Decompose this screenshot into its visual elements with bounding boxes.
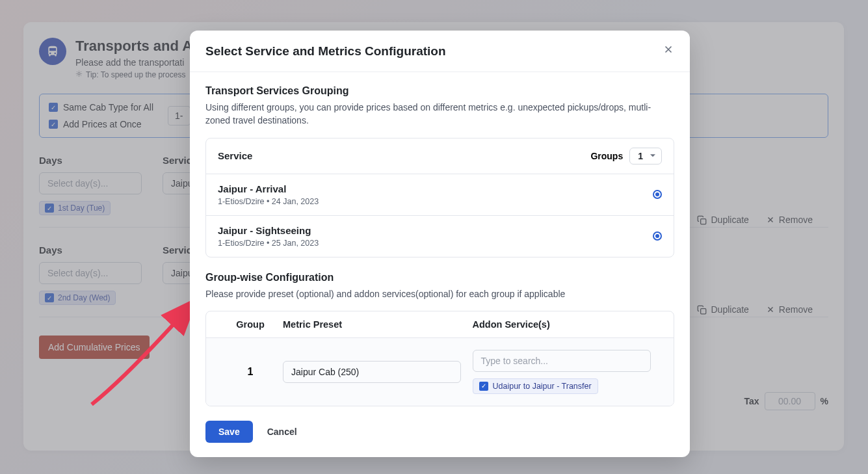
service-row[interactable]: Jaipur - Sightseeing 1-Etios/Dzire • 25 … [206,215,674,257]
group-number: 1 [218,366,283,378]
section-transport-desc: Using different groups, you can provide … [205,101,674,127]
group-col-header: Group [218,319,283,330]
preset-col-header: Metric Preset [283,319,473,330]
modal-title: Select Service and Metrics Configuration [205,44,446,59]
addon-search-input[interactable]: Type to search... [473,350,651,372]
groups-select[interactable]: 1 [629,148,662,165]
groups-label: Groups [590,151,623,161]
section-transport-title: Transport Services Grouping [205,85,674,97]
service-radio[interactable] [653,190,662,199]
services-table: Service Groups 1 Jaipur - Arrival 1-Etio… [205,138,674,257]
group-row: 1 Jaipur Cab (250) Type to search... ✓Ud… [206,337,674,406]
service-radio[interactable] [653,231,662,241]
config-modal: Select Service and Metrics Configuration… [190,31,690,457]
addon-col-header: Addon Service(s) [473,319,663,330]
cancel-button[interactable]: Cancel [267,427,297,437]
section-group-title: Group-wise Configuration [205,272,674,283]
metric-preset-input[interactable]: Jaipur Cab (250) [283,361,461,383]
close-icon[interactable] [663,44,674,59]
save-button[interactable]: Save [205,421,253,443]
service-col-header: Service [218,150,252,161]
group-table: Group Metric Preset Addon Service(s) 1 J… [205,311,674,406]
section-group-desc: Please provide preset (optional) and add… [205,287,674,300]
addon-tag[interactable]: ✓Udaipur to Jaipur - Transfer [473,378,598,394]
service-row[interactable]: Jaipur - Arrival 1-Etios/Dzire • 24 Jan,… [206,174,674,215]
